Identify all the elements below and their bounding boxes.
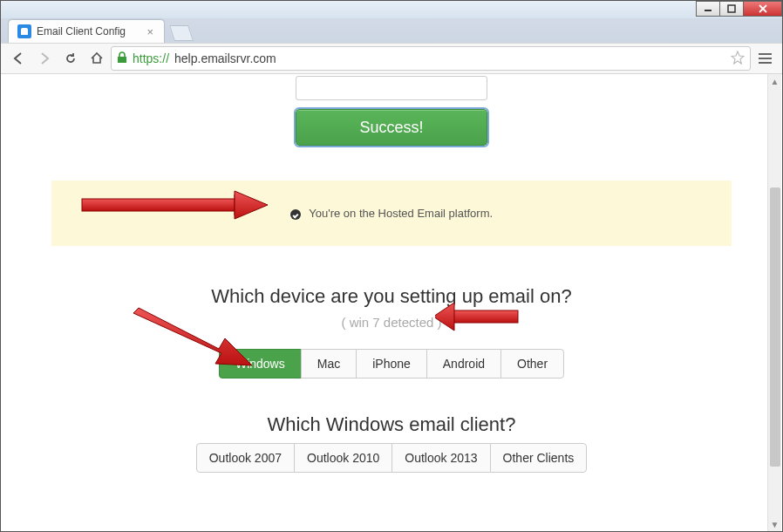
browser-window: Email Client Config × https://help.email… bbox=[0, 0, 783, 532]
scroll-up-icon[interactable]: ▲ bbox=[768, 74, 781, 88]
scroll-down-icon[interactable]: ▼ bbox=[768, 517, 781, 531]
detected-os-text: ( win 7 detected ) bbox=[1, 315, 782, 330]
device-option-other[interactable]: Other bbox=[500, 349, 564, 379]
bookmark-star-icon[interactable] bbox=[731, 51, 745, 67]
window-controls bbox=[697, 1, 782, 17]
page-viewport: Success! You're on the Hosted Email plat… bbox=[1, 74, 782, 531]
device-button-group: WindowsMaciPhoneAndroidOther bbox=[1, 349, 782, 379]
window-titlebar bbox=[1, 1, 782, 18]
page-content: Success! You're on the Hosted Email plat… bbox=[1, 76, 782, 473]
maximize-button[interactable] bbox=[719, 1, 744, 17]
device-option-mac[interactable]: Mac bbox=[301, 349, 357, 379]
success-button[interactable]: Success! bbox=[296, 109, 487, 146]
client-question-heading: Which Windows email client? bbox=[1, 413, 782, 436]
address-bar[interactable]: https://help.emailsrvr.com bbox=[111, 46, 751, 71]
reload-button[interactable] bbox=[58, 46, 83, 71]
minimize-button[interactable] bbox=[696, 1, 720, 17]
forward-button[interactable] bbox=[32, 46, 57, 71]
client-option-outlook-2007[interactable]: Outlook 2007 bbox=[196, 443, 295, 473]
client-option-outlook-2010[interactable]: Outlook 2010 bbox=[294, 443, 392, 473]
device-option-iphone[interactable]: iPhone bbox=[356, 349, 427, 379]
browser-toolbar: https://help.emailsrvr.com bbox=[1, 43, 782, 74]
scroll-thumb[interactable] bbox=[770, 188, 780, 467]
client-option-outlook-2013[interactable]: Outlook 2013 bbox=[392, 443, 490, 473]
lock-icon bbox=[117, 51, 127, 66]
hamburger-icon bbox=[759, 53, 772, 64]
browser-tabstrip: Email Client Config × bbox=[1, 18, 782, 43]
client-button-group: Outlook 2007Outlook 2010Outlook 2013Othe… bbox=[1, 443, 782, 473]
device-option-windows[interactable]: Windows bbox=[219, 349, 302, 379]
home-button[interactable] bbox=[85, 46, 109, 71]
svg-rect-1 bbox=[728, 5, 735, 12]
email-input[interactable] bbox=[296, 76, 487, 100]
platform-alert: You're on the Hosted Email platform. bbox=[51, 181, 732, 246]
tab-favicon-icon bbox=[17, 24, 31, 38]
svg-rect-4 bbox=[118, 57, 126, 63]
vertical-scrollbar[interactable]: ▲ ▼ bbox=[767, 74, 781, 531]
url-protocol: https:// bbox=[133, 51, 169, 65]
new-tab-button[interactable] bbox=[169, 25, 194, 41]
check-circle-icon bbox=[290, 209, 301, 220]
device-option-android[interactable]: Android bbox=[426, 349, 501, 379]
device-question-heading: Which device are you setting up email on… bbox=[1, 285, 782, 308]
tab-title: Email Client Config bbox=[37, 25, 126, 38]
client-option-other-clients[interactable]: Other Clients bbox=[490, 443, 588, 473]
tab-close-icon[interactable]: × bbox=[146, 25, 153, 38]
browser-menu-button[interactable] bbox=[752, 46, 777, 71]
back-button[interactable] bbox=[6, 46, 31, 71]
close-button[interactable] bbox=[743, 1, 782, 17]
url-host: help.emailsrvr.com bbox=[174, 51, 725, 65]
browser-tab[interactable]: Email Client Config × bbox=[8, 19, 165, 43]
alert-text: You're on the Hosted Email platform. bbox=[309, 207, 493, 220]
